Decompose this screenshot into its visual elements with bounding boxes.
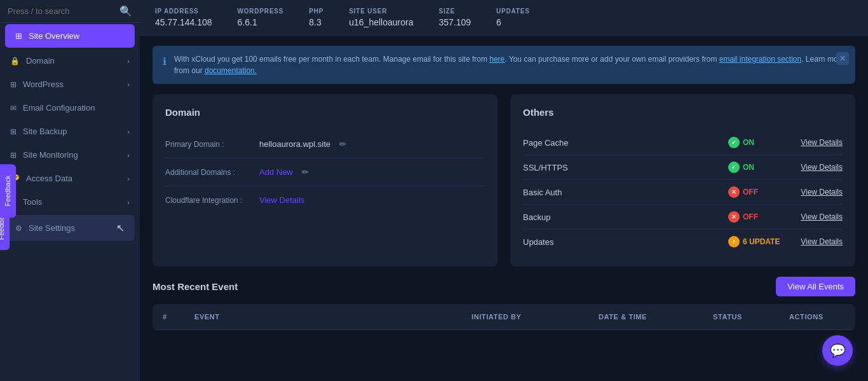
banner-link-here[interactable]: here xyxy=(489,55,505,64)
events-table: # Event Initiated By Date & Time Status … xyxy=(153,304,855,330)
domain-icon: 🔒 xyxy=(10,57,20,66)
settings-icon: ⚙ xyxy=(15,224,22,233)
basic-auth-label: Basic Auth xyxy=(523,188,728,197)
ssl-status-dot: ✓ xyxy=(728,162,740,173)
banner-close-button[interactable]: ✕ xyxy=(836,52,849,65)
stat-updates-label: UPDATES xyxy=(496,8,530,15)
backup-status-dot: ✕ xyxy=(728,211,740,223)
others-row-ssl: SSL/HTTPS ✓ ON View Details xyxy=(523,155,843,180)
sidebar: 🔍 ⊞ Site Overview 🔒 Domain › ⊞ WordPress… xyxy=(0,0,140,381)
stats-bar: IP ADDRESS 45.77.144.108 WORDPRESS 6.6.1… xyxy=(140,0,868,36)
search-bar: 🔍 xyxy=(0,0,140,23)
stat-user-label: SITE USER xyxy=(349,8,413,15)
table-header: # Event Initiated By Date & Time Status … xyxy=(153,304,855,330)
sidebar-item-site-settings[interactable]: ⚙ Site Settings ↖ xyxy=(5,215,135,241)
events-header: Most Recent Event View All Events xyxy=(153,277,855,296)
search-input[interactable] xyxy=(8,6,114,16)
primary-domain-link[interactable]: helloaurora.wpl.site xyxy=(259,139,330,149)
sidebar-item-domain[interactable]: 🔒 Domain › xyxy=(0,49,140,73)
email-icon: ✉ xyxy=(10,104,17,113)
stat-wp-value: 6.6.1 xyxy=(238,17,284,27)
page-cache-status-text: ON xyxy=(743,138,754,147)
updates-label: Updates xyxy=(523,237,728,247)
sidebar-item-site-backup[interactable]: ⊞ Site Backup › xyxy=(0,120,140,143)
backup-icon: ⊞ xyxy=(10,127,17,136)
sidebar-item-wordpress[interactable]: ⊞ WordPress › xyxy=(0,73,140,96)
updates-view-details[interactable]: View Details xyxy=(785,237,843,246)
additional-domain-edit-icon[interactable]: ✏ xyxy=(302,167,309,177)
others-row-basic-auth: Basic Auth ✕ OFF View Details xyxy=(523,180,843,205)
stat-size: SIZE 357.109 xyxy=(438,8,471,27)
backup-view-details[interactable]: View Details xyxy=(785,212,843,221)
sidebar-item-tools[interactable]: ⊞ Tools › xyxy=(0,190,140,214)
sidebar-item-email-configuration[interactable]: ✉ Email Configuration xyxy=(0,96,140,120)
additional-domains-row: Additional Domains : Add New ✏ xyxy=(165,158,485,186)
col-hash: # xyxy=(153,304,184,329)
cloudflare-row: Cloudflare Integration : View Details xyxy=(165,186,485,214)
stat-ip-value: 45.77.144.108 xyxy=(155,17,212,27)
chat-button[interactable]: 💬 xyxy=(822,335,853,366)
basic-auth-view-details[interactable]: View Details xyxy=(785,188,843,197)
primary-domain-value: helloaurora.wpl.site xyxy=(259,139,330,149)
sidebar-label-email: Email Configuration xyxy=(23,103,95,113)
stat-wp-label: WORDPRESS xyxy=(238,8,284,15)
cloudflare-link[interactable]: View Details xyxy=(259,195,304,205)
stat-php: PHP 8.3 xyxy=(309,8,323,27)
updates-status-dot: ! xyxy=(728,236,740,247)
stat-ip-label: IP ADDRESS xyxy=(155,8,212,15)
stat-size-label: SIZE xyxy=(438,8,471,15)
banner-link-integration[interactable]: email integration section xyxy=(719,55,801,64)
wordpress-chevron: › xyxy=(127,81,130,88)
sidebar-item-site-overview[interactable]: ⊞ Site Overview xyxy=(5,24,135,48)
col-status: Status xyxy=(703,304,779,329)
page-cache-status-dot: ✓ xyxy=(728,137,740,148)
stat-site-user: SITE USER u16_helloaurora xyxy=(349,8,413,27)
sidebar-label-site-backup: Site Backup xyxy=(23,127,67,136)
monitoring-icon: ⊞ xyxy=(10,151,17,160)
updates-status-text: 6 UPDATE xyxy=(743,237,780,246)
events-title: Most Recent Event xyxy=(153,281,238,292)
stat-ip-address: IP ADDRESS 45.77.144.108 xyxy=(155,8,212,27)
col-date-time: Date & Time xyxy=(588,304,703,329)
sidebar-label-site-overview: Site Overview xyxy=(29,31,79,41)
events-section: Most Recent Event View All Events # Even… xyxy=(153,277,855,330)
others-row-backup: Backup ✕ OFF View Details xyxy=(523,205,843,230)
stat-updates-value: 6 xyxy=(496,17,530,27)
stat-user-value: u16_helloaurora xyxy=(349,17,413,27)
stat-updates: UPDATES 6 xyxy=(496,8,530,27)
sidebar-label-tools: Tools xyxy=(23,197,42,207)
wordpress-icon: ⊞ xyxy=(10,80,17,89)
banner-link-docs[interactable]: documentation. xyxy=(205,66,257,75)
monitoring-chevron: › xyxy=(127,151,130,159)
sidebar-item-site-monitoring[interactable]: ⊞ Site Monitoring › xyxy=(0,143,140,167)
content-grid: Domain Primary Domain : helloaurora.wpl.… xyxy=(153,94,855,267)
ssl-label: SSL/HTTPS xyxy=(523,163,728,172)
basic-auth-status-dot: ✕ xyxy=(728,186,740,198)
stat-size-value: 357.109 xyxy=(438,17,471,27)
view-all-events-button[interactable]: View All Events xyxy=(776,277,855,296)
ssl-status-text: ON xyxy=(743,163,754,172)
stat-wordpress: WORDPRESS 6.6.1 xyxy=(238,8,284,27)
sidebar-label-site-settings: Site Settings xyxy=(29,223,75,233)
stat-php-value: 8.3 xyxy=(309,17,323,27)
primary-domain-edit-icon[interactable]: ✏ xyxy=(339,139,346,149)
basic-auth-status: ✕ OFF xyxy=(728,186,785,198)
feedback-button[interactable]: Feedback xyxy=(0,163,16,217)
sidebar-label-domain: Domain xyxy=(26,56,55,66)
cloudflare-label: Cloudflare Integration : xyxy=(165,196,254,205)
main-content: IP ADDRESS 45.77.144.108 WORDPRESS 6.6.1… xyxy=(140,0,868,381)
add-new-link[interactable]: Add New xyxy=(259,167,293,177)
sidebar-label-access-data: Access Data xyxy=(26,174,72,183)
sidebar-item-access-data[interactable]: 🔑 Access Data › xyxy=(0,167,140,190)
col-event: Event xyxy=(184,304,461,329)
search-icon: 🔍 xyxy=(119,5,132,17)
sidebar-label-wordpress: WordPress xyxy=(23,80,64,89)
others-row-updates: Updates ! 6 UPDATE View Details xyxy=(523,230,843,254)
col-initiated-by: Initiated By xyxy=(461,304,588,329)
page-cache-view-details[interactable]: View Details xyxy=(785,138,843,147)
ssl-view-details[interactable]: View Details xyxy=(785,163,843,172)
others-row-page-cache: Page Cache ✓ ON View Details xyxy=(523,130,843,155)
backup-status-text: OFF xyxy=(743,212,758,221)
access-data-chevron: › xyxy=(127,175,130,183)
sidebar-nav: ⊞ Site Overview 🔒 Domain › ⊞ WordPress ›… xyxy=(0,23,140,381)
